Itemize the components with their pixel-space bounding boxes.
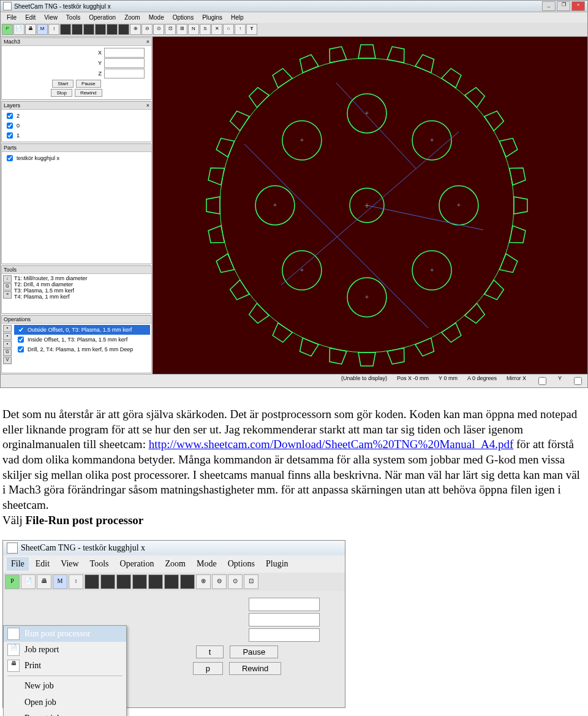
rewind-button-2[interactable]: Rewind — [229, 662, 281, 675]
menu-operation-2[interactable]: Operation — [116, 557, 159, 571]
zoom-icon-2[interactable]: ⊖ — [141, 24, 153, 35]
menu-item-run-post[interactable]: PRun post processor — [4, 626, 126, 642]
dark-icon-2a[interactable] — [85, 574, 99, 589]
menu-item-job-report[interactable]: 📄Job report — [4, 642, 126, 658]
doc-link[interactable]: http://www.sheetcam.com/Download/SheetCa… — [149, 438, 514, 451]
dark-icon-2d[interactable] — [132, 574, 147, 589]
dark-icon-2c[interactable] — [116, 574, 131, 589]
panel-close-icon[interactable]: × — [146, 39, 149, 45]
menu-item-new-job[interactable]: New job — [4, 678, 126, 694]
tool-icon[interactable]: ≡ — [3, 291, 12, 299]
tool-icon[interactable]: ↕ — [48, 24, 59, 35]
report-icon-2[interactable]: 📄 — [21, 574, 36, 589]
tool-item[interactable]: T3: Plasma, 1.5 mm kerf — [3, 288, 150, 294]
btn-t[interactable]: t — [196, 646, 224, 658]
print-icon-2[interactable]: 🖶 — [37, 574, 51, 589]
zoom-icon-2b[interactable]: ⊖ — [212, 574, 227, 589]
zoom-icon-1[interactable]: ⊕ — [130, 24, 141, 35]
dark-icon-2f[interactable] — [164, 574, 179, 589]
maximize-button[interactable]: ❐ — [557, 1, 570, 11]
dark-icon-2b[interactable] — [100, 574, 115, 589]
dark-icon-5[interactable] — [107, 24, 118, 35]
layer-checkbox[interactable] — [7, 113, 13, 119]
close-button[interactable]: × — [571, 1, 585, 11]
rewind-button[interactable]: Rewind — [75, 89, 102, 97]
dark-icon-6[interactable] — [118, 24, 129, 35]
dark-icon-2e[interactable] — [148, 574, 163, 589]
op-checkbox[interactable] — [18, 346, 24, 352]
mirror-y-checkbox[interactable] — [574, 377, 582, 385]
post-icon[interactable]: P — [2, 24, 13, 35]
op-icon[interactable]: ▪ — [3, 325, 12, 332]
menu-edit-2[interactable]: Edit — [31, 557, 54, 571]
btn-p[interactable]: p — [193, 662, 223, 675]
tool-item[interactable]: T4: Plasma, 1 mm kerf — [3, 294, 150, 300]
tool-item[interactable]: T1: Mill/router, 3 mm diameter — [3, 275, 150, 281]
menu-mode-2[interactable]: Mode — [192, 557, 221, 571]
axis-y-input[interactable] — [104, 58, 145, 68]
axis-x-input[interactable] — [104, 48, 145, 58]
panel-close-icon[interactable]: × — [146, 102, 149, 109]
m-icon-2[interactable]: M — [53, 574, 67, 589]
zoom-icon-2a[interactable]: ⊕ — [196, 574, 211, 589]
axis-input-2[interactable] — [249, 613, 320, 626]
print-icon[interactable]: 🖶 — [25, 24, 36, 35]
zoom-icon-2d[interactable]: ⊡ — [244, 574, 258, 589]
tool-o-icon[interactable]: ○ — [223, 24, 234, 35]
menu-item-print[interactable]: 🖶Print — [4, 658, 126, 674]
part-checkbox[interactable] — [7, 155, 13, 161]
stop-button[interactable]: Stop — [51, 89, 72, 97]
tool-x-icon[interactable]: ✕ — [211, 24, 222, 35]
dark-icon-3[interactable] — [83, 24, 94, 35]
dark-icon-4[interactable] — [95, 24, 106, 35]
axis-input-2[interactable] — [249, 598, 320, 611]
menu-tools-2[interactable]: Tools — [86, 557, 113, 571]
menu-view[interactable]: View — [40, 13, 61, 21]
op-icon[interactable]: ▪ — [3, 341, 12, 348]
dark-icon-1[interactable] — [60, 24, 71, 35]
tool-n-icon[interactable]: N — [188, 24, 199, 35]
menu-file-2[interactable]: File — [7, 557, 29, 571]
menu-plugins[interactable]: Plugins — [198, 13, 226, 21]
op-icon[interactable]: ▪ — [3, 333, 12, 340]
op-checkbox[interactable] — [18, 327, 24, 333]
menu-view-2[interactable]: View — [56, 557, 83, 571]
tool-item[interactable]: T2: Drill, 4 mm diameter — [3, 281, 150, 288]
menu-options-2[interactable]: Options — [224, 557, 259, 571]
axis-z-input[interactable] — [104, 69, 145, 78]
zoom-icon-4[interactable]: ⊡ — [165, 24, 176, 35]
canvas-viewport[interactable]: ++++++++ + — [153, 37, 587, 374]
layer-checkbox[interactable] — [7, 132, 13, 139]
pause-button-2[interactable]: Pause — [230, 646, 278, 658]
menu-mode[interactable]: Mode — [145, 13, 168, 21]
minimize-button[interactable]: _ — [542, 1, 556, 11]
tool-icon[interactable]: G — [3, 283, 12, 291]
report-icon[interactable]: 📄 — [13, 24, 24, 35]
menu-zoom-2[interactable]: Zoom — [161, 557, 190, 571]
menu-plugins-2[interactable]: Plugin — [262, 557, 293, 571]
tool-t-icon[interactable]: T — [246, 24, 257, 35]
m-icon[interactable]: M — [37, 24, 48, 35]
menu-zoom[interactable]: Zoom — [121, 13, 144, 21]
zoom-icon-2c[interactable]: ⊙ — [228, 574, 243, 589]
operation-item[interactable]: Outside Offset, 0, T3: Plasma, 1.5 mm ke… — [14, 325, 150, 335]
start-button[interactable]: Start — [52, 80, 74, 88]
menu-tools[interactable]: Tools — [62, 13, 84, 21]
zoom-icon-5[interactable]: ⊞ — [176, 24, 187, 35]
dark-icon-2[interactable] — [72, 24, 83, 35]
operation-item[interactable]: Drill, 2, T4: Plasma, 1 mm kerf, 5 mm De… — [14, 345, 150, 354]
layer-checkbox[interactable] — [7, 123, 13, 129]
menu-file[interactable]: File — [3, 13, 20, 21]
dark-icon-2g[interactable] — [180, 574, 195, 589]
menu-operation[interactable]: Operation — [85, 13, 119, 21]
menu-help[interactable]: Help — [227, 13, 247, 21]
axis-input-2[interactable] — [249, 628, 320, 642]
zoom-icon-3[interactable]: ⊙ — [153, 24, 164, 35]
post-icon-2[interactable]: P — [5, 574, 20, 589]
tool-s-icon[interactable]: S — [200, 24, 211, 35]
menu-edit[interactable]: Edit — [21, 13, 39, 21]
tool-a-icon[interactable]: ↑ — [235, 24, 246, 35]
tool-icon[interactable]: ↓ — [3, 275, 12, 283]
pause-button[interactable]: Pause — [76, 80, 101, 88]
mirror-x-checkbox[interactable] — [538, 377, 546, 385]
